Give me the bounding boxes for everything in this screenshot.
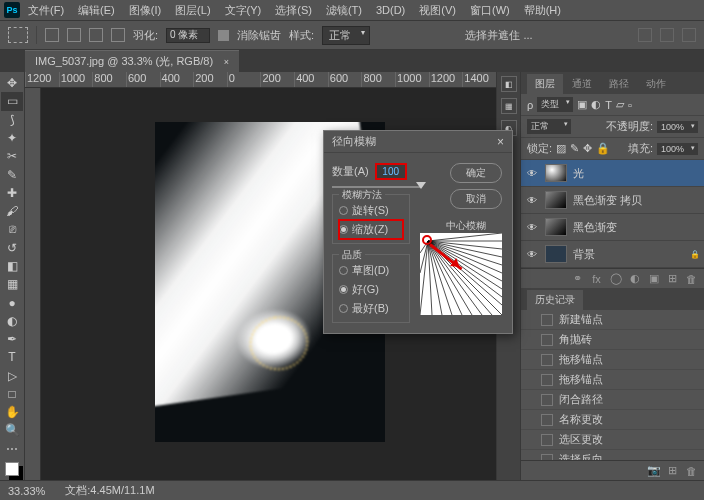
menu-help[interactable]: 帮助(H) — [518, 1, 567, 20]
layer-row[interactable]: 👁 背景 🔒 — [521, 241, 704, 268]
type-tool[interactable]: T — [1, 348, 23, 366]
fx-icon[interactable]: fx — [590, 272, 603, 285]
filter-img-icon[interactable]: ▣ — [577, 98, 587, 111]
visibility-icon[interactable]: 👁 — [527, 195, 539, 206]
trash-icon[interactable]: 🗑 — [685, 464, 698, 477]
lasso-tool[interactable]: ⟆ — [1, 111, 23, 129]
layer-name[interactable]: 黑色渐变 — [573, 220, 617, 235]
selmode-add-icon[interactable] — [67, 28, 81, 42]
marquee-icon[interactable] — [8, 27, 28, 43]
color-swatch[interactable] — [1, 458, 23, 480]
lock-all-icon[interactable]: 🔒 — [596, 142, 610, 155]
layer-name[interactable]: 背景 — [573, 247, 595, 262]
history-item[interactable]: 选择反向 — [521, 450, 704, 460]
method-zoom-radio[interactable]: 缩放(Z) — [339, 220, 403, 239]
menu-type[interactable]: 文字(Y) — [219, 1, 268, 20]
heal-tool[interactable]: ✚ — [1, 184, 23, 202]
group-icon[interactable]: ▣ — [647, 272, 660, 285]
mask-icon[interactable]: ◯ — [609, 272, 622, 285]
zoom-tool[interactable]: 🔍 — [1, 421, 23, 439]
zoom-level[interactable]: 33.33% — [8, 485, 45, 497]
adj-icon[interactable]: ◐ — [628, 272, 641, 285]
marquee-tool[interactable]: ▭ — [1, 92, 23, 110]
dodge-tool[interactable]: ◐ — [1, 312, 23, 330]
layer-row[interactable]: 👁 黑色渐变 — [521, 214, 704, 241]
blend-mode-select[interactable]: 正常 — [527, 119, 571, 134]
layer-name[interactable]: 黑色渐变 拷贝 — [573, 193, 642, 208]
history-item[interactable]: 角抛砖 — [521, 330, 704, 350]
new-icon[interactable]: ⊞ — [666, 272, 679, 285]
cancel-button[interactable]: 取消 — [450, 189, 502, 209]
select-and-mask-button[interactable]: 选择并遮住 ... — [465, 28, 532, 43]
tab-actions[interactable]: 动作 — [638, 74, 674, 94]
new-doc-icon[interactable]: ⊞ — [666, 464, 679, 477]
more-tools[interactable]: ⋯ — [1, 440, 23, 458]
history-brush-tool[interactable]: ↺ — [1, 239, 23, 257]
menu-image[interactable]: 图像(I) — [123, 1, 167, 20]
menu-3d[interactable]: 3D(D) — [370, 2, 411, 18]
quality-draft-radio[interactable]: 草图(D) — [339, 261, 403, 280]
fill-input[interactable]: 100% — [657, 143, 698, 155]
move-tool[interactable]: ✥ — [1, 74, 23, 92]
menu-edit[interactable]: 编辑(E) — [72, 1, 121, 20]
gradient-tool[interactable]: ▦ — [1, 275, 23, 293]
link-icon[interactable]: ⚭ — [571, 272, 584, 285]
ok-button[interactable]: 确定 — [450, 163, 502, 183]
layer-row[interactable]: 👁 光 — [521, 160, 704, 187]
document-tab[interactable]: IMG_5037.jpg @ 33.3% (光, RGB/8) × — [25, 50, 239, 72]
pen-tool[interactable]: ✒ — [1, 330, 23, 348]
blur-preview[interactable] — [420, 233, 502, 315]
crop-tool[interactable]: ✂ — [1, 147, 23, 165]
menu-view[interactable]: 视图(V) — [413, 1, 462, 20]
menu-filter[interactable]: 滤镜(T) — [320, 1, 368, 20]
layer-filter-select[interactable]: 类型 — [537, 97, 573, 112]
trash-icon[interactable]: 🗑 — [685, 272, 698, 285]
layer-thumb[interactable] — [545, 191, 567, 209]
lock-trans-icon[interactable]: ▨ — [556, 142, 566, 155]
workspace-icon[interactable] — [638, 28, 652, 42]
layer-name[interactable]: 光 — [573, 166, 584, 181]
layer-thumb[interactable] — [545, 218, 567, 236]
lock-pos-icon[interactable]: ✥ — [583, 142, 592, 155]
history-item[interactable]: 闭合路径 — [521, 390, 704, 410]
blur-tool[interactable]: ● — [1, 293, 23, 311]
shape-tool[interactable]: □ — [1, 385, 23, 403]
eraser-tool[interactable]: ◧ — [1, 257, 23, 275]
menu-window[interactable]: 窗口(W) — [464, 1, 516, 20]
filter-adj-icon[interactable]: ◐ — [591, 98, 601, 111]
swatches-panel-icon[interactable]: ▦ — [501, 98, 517, 114]
filter-smart-icon[interactable]: ▫ — [628, 99, 632, 111]
history-item[interactable]: 选区更改 — [521, 430, 704, 450]
method-spin-radio[interactable]: 旋转(S) — [339, 201, 403, 220]
visibility-icon[interactable]: 👁 — [527, 222, 539, 233]
path-tool[interactable]: ▷ — [1, 367, 23, 385]
dialog-titlebar[interactable]: 径向模糊 × — [324, 131, 512, 153]
opacity-input[interactable]: 100% — [657, 121, 698, 133]
filter-type-icon[interactable]: T — [605, 99, 612, 111]
search-icon[interactable] — [660, 28, 674, 42]
history-item[interactable]: 拖移锚点 — [521, 350, 704, 370]
layer-thumb[interactable] — [545, 245, 567, 263]
quality-best-radio[interactable]: 最好(B) — [339, 299, 403, 318]
tab-close-icon[interactable]: × — [224, 57, 229, 67]
brush-tool[interactable]: 🖌 — [1, 202, 23, 220]
layer-thumb[interactable] — [545, 164, 567, 182]
history-item[interactable]: 新建锚点 — [521, 310, 704, 330]
quality-good-radio[interactable]: 好(G) — [339, 280, 403, 299]
visibility-icon[interactable]: 👁 — [527, 249, 539, 260]
doc-size[interactable]: 文档:4.45M/11.1M — [65, 483, 154, 498]
filter-icon[interactable]: ρ — [527, 99, 533, 111]
hand-tool[interactable]: ✋ — [1, 403, 23, 421]
eyedropper-tool[interactable]: ✎ — [1, 165, 23, 183]
color-panel-icon[interactable]: ◧ — [501, 76, 517, 92]
selmode-sub-icon[interactable] — [89, 28, 103, 42]
dialog-close-icon[interactable]: × — [497, 135, 504, 149]
tab-history[interactable]: 历史记录 — [527, 290, 583, 310]
menu-file[interactable]: 文件(F) — [22, 1, 70, 20]
wand-tool[interactable]: ✦ — [1, 129, 23, 147]
stamp-tool[interactable]: ⎚ — [1, 220, 23, 238]
tab-channels[interactable]: 通道 — [564, 74, 600, 94]
layer-row[interactable]: 👁 黑色渐变 拷贝 — [521, 187, 704, 214]
history-item[interactable]: 拖移锚点 — [521, 370, 704, 390]
visibility-icon[interactable]: 👁 — [527, 168, 539, 179]
